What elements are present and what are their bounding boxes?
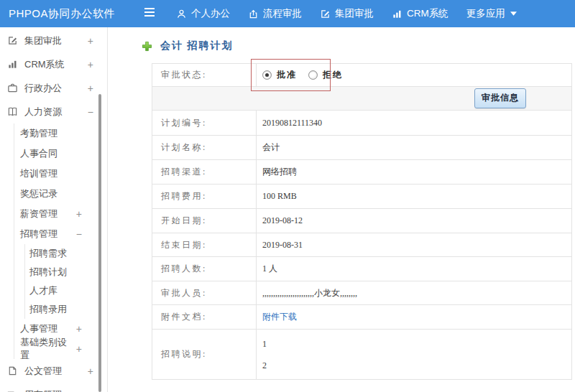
expand-icon[interactable]: + (76, 324, 82, 334)
nav-item[interactable]: 集团审批 (320, 7, 374, 20)
truck-icon (7, 389, 18, 392)
expand-icon[interactable]: + (88, 36, 93, 46)
expand-icon[interactable]: + (88, 366, 93, 376)
sidebar-item-label: 培训管理 (20, 167, 58, 180)
sidebar-item[interactable]: 人事合同 (14, 144, 107, 164)
expand-icon[interactable]: + (88, 83, 93, 93)
approval-radio-group: 批准拒绝 (257, 64, 571, 86)
nav-item[interactable]: 流程审批 (248, 7, 302, 20)
sidebar-item-label: 人事管理 (20, 322, 58, 335)
nav-item[interactable]: CRM系统 (392, 7, 448, 20)
sidebar-scrollbar[interactable] (98, 94, 101, 392)
sidebar-subsubmenu: 招聘需求招聘计划人才库招聘录用 (24, 244, 107, 319)
sidebar-item[interactable]: 用车管理+ (0, 383, 107, 392)
approval-info-button[interactable]: 审批信息 (474, 88, 526, 108)
table-row: 招聘人数:1 人 (152, 257, 571, 281)
expand-icon[interactable]: + (76, 344, 82, 354)
sidebar-item-label: 基础类别设置 (20, 336, 76, 362)
field-value: 2019-08-31 (257, 233, 571, 256)
edit-square-icon (7, 35, 18, 46)
sidebar-item[interactable]: 行政办公+ (0, 76, 107, 100)
sidebar-item[interactable]: 招聘需求 (25, 244, 107, 263)
sidebar: 集团审批+CRM系统+行政办公+人力资源−考勤管理人事合同培训管理奖惩记录薪资管… (0, 27, 108, 392)
edit-icon (320, 9, 331, 19)
sidebar-item-label: 行政办公 (24, 82, 62, 95)
sidebar-item[interactable]: 薪资管理+ (14, 204, 107, 224)
sidebar-item[interactable]: 培训管理 (14, 164, 107, 184)
radio-label: 拒绝 (323, 69, 343, 81)
nav-item-label: 更多应用 (466, 7, 505, 20)
sidebar-item[interactable]: 基础类别设置+ (14, 339, 107, 359)
collapse-icon[interactable]: − (76, 229, 82, 239)
add-icon (142, 41, 152, 52)
field-label: 附件文档: (152, 305, 257, 329)
sidebar-item[interactable]: 奖惩记录 (14, 184, 107, 204)
field-label: 招聘说明: (152, 330, 257, 379)
sidebar-item[interactable]: 集团审批+ (0, 29, 107, 52)
sidebar-item-label: 人力资源 (24, 106, 62, 118)
caret-down-icon (510, 11, 517, 16)
topbar: PHPOA协同办公软件 个人办公流程审批集团审批CRM系统更多应用 (0, 0, 575, 27)
table-row: 计划编号:20190812111340 (152, 111, 571, 136)
nav-item[interactable]: 个人办公 (176, 7, 230, 20)
field-value-line: 2 (262, 355, 267, 376)
doc-icon (7, 365, 18, 376)
app-title: PHPOA协同办公软件 (0, 7, 115, 21)
sidebar-item[interactable]: 考勤管理 (14, 123, 107, 144)
sidebar-item-label: 奖惩记录 (20, 187, 58, 200)
sidebar-item-label: 人事合同 (20, 147, 58, 160)
expand-icon[interactable]: + (88, 390, 93, 392)
field-label: 结束日期: (152, 233, 257, 256)
field-label: 计划编号: (152, 111, 257, 135)
sidebar-item-label: 招聘计划 (29, 266, 67, 279)
sidebar-item[interactable]: CRM系统+ (0, 52, 107, 76)
sidebar-item-label: 招聘管理 (20, 228, 58, 241)
sidebar-item-label: CRM系统 (24, 58, 65, 71)
table-row: 结束日期:2019-08-31 (152, 233, 571, 257)
sidebar-item[interactable]: 公文管理+ (0, 359, 107, 383)
field-label: 招聘人数: (152, 257, 257, 281)
field-value: 12 (257, 330, 571, 379)
sidebar-item[interactable]: 人力资源− (0, 100, 107, 123)
sidebar-item-label: 招聘需求 (29, 247, 67, 260)
field-label: 招聘渠道: (152, 160, 257, 184)
collapse-icon[interactable]: − (88, 107, 93, 117)
nav-item[interactable]: 更多应用 (466, 7, 517, 20)
menu-toggle-button[interactable] (143, 0, 156, 27)
approval-status-row: 审批状态: 批准拒绝 (152, 64, 571, 87)
field-label: 开始日期: (152, 209, 257, 233)
radio-approve[interactable] (262, 70, 272, 80)
sidebar-item-label: 考勤管理 (20, 127, 58, 140)
sidebar-item-label: 公文管理 (24, 365, 62, 378)
field-label: 审批状态: (152, 64, 257, 86)
main-content: 会计 招聘计划 审批状态: 批准拒绝 审批信息 计划编号:20190812111… (109, 27, 575, 392)
sidebar-item[interactable]: 人才库 (25, 281, 107, 300)
field-label: 招聘费用: (152, 185, 257, 208)
attachment-download-link[interactable]: 附件下载 (262, 311, 297, 323)
approval-button-row: 审批信息 (152, 87, 571, 111)
table-row: 招聘费用:100 RMB (152, 185, 571, 209)
field-value: 1 人 (257, 257, 571, 281)
expand-icon[interactable]: + (76, 209, 82, 219)
field-value: 附件下载 (257, 305, 571, 329)
sidebar-item-label: 用车管理 (24, 388, 62, 392)
sidebar-item[interactable]: 招聘管理− (14, 224, 107, 244)
field-value: 100 RMB (257, 185, 571, 208)
sidebar-item[interactable]: 招聘计划 (25, 263, 107, 281)
radio-label: 批准 (277, 69, 297, 81)
field-value: 20190812111340 (257, 111, 571, 135)
table-row: 招聘说明:12 (152, 330, 571, 380)
sidebar-item[interactable]: 招聘录用 (25, 300, 107, 319)
bar-chart-icon (392, 9, 402, 19)
expand-icon[interactable]: + (88, 60, 93, 70)
nav-item-label: 个人办公 (191, 7, 230, 20)
radio-reject[interactable] (308, 70, 318, 80)
nav-item-label: 流程审批 (263, 7, 302, 20)
sidebar-item-label: 薪资管理 (20, 207, 58, 220)
sidebar-item-label: 招聘录用 (29, 303, 67, 316)
book-icon (7, 106, 18, 117)
bar-chart-icon (7, 59, 18, 70)
briefcase-icon (7, 83, 18, 93)
field-value: 网络招聘 (257, 160, 571, 184)
sidebar-menu: 集团审批+CRM系统+行政办公+人力资源−考勤管理人事合同培训管理奖惩记录薪资管… (0, 27, 107, 392)
